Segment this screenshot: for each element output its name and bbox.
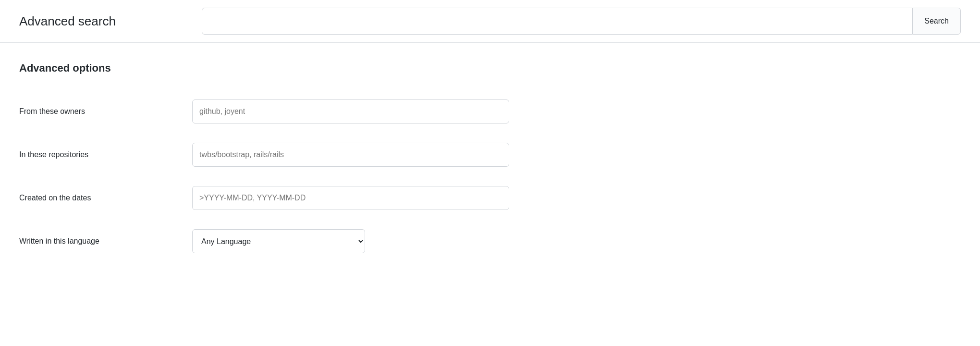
options-table: From these owners In these repositories … bbox=[19, 90, 961, 263]
search-button[interactable]: Search bbox=[913, 8, 961, 35]
created-dates-label: Created on the dates bbox=[19, 194, 173, 202]
header: Advanced search Search bbox=[0, 0, 980, 43]
page-title: Advanced search bbox=[19, 14, 192, 29]
created-dates-input[interactable] bbox=[192, 186, 509, 210]
search-input[interactable] bbox=[202, 8, 913, 35]
from-owners-row: From these owners bbox=[19, 90, 961, 133]
main-content: Advanced options From these owners In th… bbox=[0, 43, 980, 282]
from-owners-label: From these owners bbox=[19, 107, 173, 116]
search-form: Search bbox=[202, 8, 961, 35]
from-owners-input[interactable] bbox=[192, 99, 509, 124]
in-repositories-input[interactable] bbox=[192, 143, 509, 167]
language-label: Written in this language bbox=[19, 237, 173, 246]
created-dates-row: Created on the dates bbox=[19, 176, 961, 220]
in-repositories-label: In these repositories bbox=[19, 150, 173, 159]
language-select[interactable]: Any LanguageActionScriptCC#C++ClojureCof… bbox=[192, 229, 365, 253]
advanced-options-title: Advanced options bbox=[19, 62, 961, 74]
language-row: Written in this language Any LanguageAct… bbox=[19, 220, 961, 263]
in-repositories-row: In these repositories bbox=[19, 133, 961, 176]
